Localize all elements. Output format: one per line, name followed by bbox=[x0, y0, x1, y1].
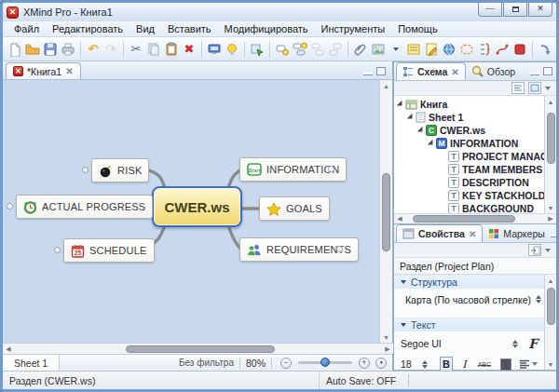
canvas-horizontal-scrollbar[interactable]: ◀ ▶ bbox=[3, 343, 393, 354]
tab-markers[interactable]: Маркеры bbox=[483, 224, 550, 242]
structure-value-row[interactable]: Карта (По часовой стрелке) bbox=[394, 289, 544, 310]
panel-menu-icon[interactable] bbox=[545, 87, 551, 90]
font-family-stepper[interactable] bbox=[512, 340, 518, 348]
hyperlink-globe-icon[interactable] bbox=[441, 40, 457, 58]
summary-icon[interactable] bbox=[476, 40, 493, 58]
structure-stepper[interactable] bbox=[536, 295, 541, 304]
collapse-handle[interactable] bbox=[7, 203, 13, 210]
tab-close-icon[interactable]: ✕ bbox=[451, 67, 458, 77]
sheet-tab[interactable]: Sheet 1 bbox=[3, 355, 60, 371]
tab-properties[interactable]: Свойства ✕ bbox=[396, 224, 483, 242]
scroll-up-arrow-icon[interactable]: ▲ bbox=[380, 80, 392, 91]
canvas-vertical-scrollbar[interactable]: ▲ ▼ bbox=[379, 80, 392, 343]
expand-arrow-icon[interactable] bbox=[397, 101, 404, 108]
scroll-down-arrow-icon[interactable]: ▼ bbox=[380, 331, 392, 343]
expand-arrow-icon[interactable] bbox=[428, 140, 435, 147]
open-folder-icon[interactable] bbox=[24, 40, 41, 58]
import-style-icon[interactable] bbox=[528, 244, 541, 256]
menu-item-edit[interactable]: Редактировать bbox=[47, 22, 129, 35]
collapse-handle[interactable] bbox=[328, 166, 334, 172]
document-tab[interactable]: ✕ *Книга1 ✕ bbox=[6, 62, 81, 79]
scroll-up-arrow-icon[interactable]: ▲ bbox=[545, 275, 556, 286]
insert-image-icon[interactable] bbox=[370, 40, 387, 58]
collapse-handle[interactable] bbox=[54, 247, 61, 253]
scrollbar-thumb[interactable] bbox=[547, 288, 555, 325]
scroll-up-arrow-icon[interactable]: ▲ bbox=[545, 96, 556, 107]
font-dialog-icon[interactable]: F bbox=[528, 336, 538, 351]
scrollbar-thumb[interactable] bbox=[126, 345, 275, 353]
drill-up-icon[interactable] bbox=[554, 40, 559, 58]
tree-horizontal-scrollbar[interactable]: ◀ ▶ bbox=[394, 213, 556, 223]
topic-actual-progress[interactable]: ACTUAL PROGRESS bbox=[16, 195, 153, 219]
scroll-left-arrow-icon[interactable]: ◀ bbox=[394, 215, 405, 223]
image-dropdown-icon[interactable] bbox=[388, 40, 404, 58]
filter-label[interactable]: Без фильтра bbox=[179, 358, 234, 368]
undo-icon[interactable]: ↶ bbox=[85, 40, 102, 58]
presentation-icon[interactable] bbox=[206, 40, 223, 58]
expand-levels-icon[interactable] bbox=[511, 82, 525, 94]
panel-minimize-icon[interactable] bbox=[530, 72, 539, 75]
editor-maximize-icon[interactable] bbox=[376, 67, 386, 75]
save-icon[interactable] bbox=[42, 40, 59, 58]
panel-maximize-icon[interactable] bbox=[543, 67, 552, 75]
properties-vertical-scrollbar[interactable]: ▲ ▼ bbox=[544, 275, 556, 370]
topic-schedule[interactable]: 25 SCHEDULE bbox=[63, 238, 155, 263]
cut-icon[interactable]: ✂ bbox=[128, 40, 144, 58]
collapse-handle[interactable] bbox=[82, 167, 89, 173]
menu-item-tools[interactable]: Инструменты bbox=[316, 22, 391, 35]
drill-down-icon[interactable] bbox=[537, 40, 553, 58]
editor-minimize-icon[interactable] bbox=[363, 72, 373, 75]
bold-button[interactable]: B bbox=[440, 357, 454, 372]
lightbulb-icon[interactable] bbox=[224, 40, 240, 58]
panel-minimize-icon[interactable] bbox=[551, 234, 559, 237]
boundary-icon[interactable] bbox=[458, 40, 475, 58]
scrollbar-thumb[interactable] bbox=[547, 113, 555, 164]
legend-icon[interactable] bbox=[405, 40, 422, 58]
scrollbar-thumb[interactable] bbox=[382, 173, 390, 251]
tree-item-subtopic[interactable]: T PROJECT MANAGER bbox=[394, 150, 544, 163]
panel-menu-icon[interactable] bbox=[545, 249, 551, 252]
font-color-swatch[interactable] bbox=[500, 358, 511, 371]
tree-item-subtopic[interactable]: T BACKGROUND bbox=[394, 202, 544, 213]
copy-icon[interactable] bbox=[145, 40, 162, 58]
menu-item-insert[interactable]: Вставить bbox=[162, 22, 217, 35]
topic-goals[interactable]: GOALS bbox=[259, 196, 330, 221]
font-family-row[interactable]: Segoe UI F bbox=[394, 331, 544, 356]
tab-close-icon[interactable]: ✕ bbox=[65, 66, 73, 76]
central-topic[interactable]: CWER.ws bbox=[152, 186, 242, 227]
redo-icon[interactable]: ↷ bbox=[102, 40, 119, 58]
scroll-right-arrow-icon[interactable]: ▶ bbox=[382, 345, 393, 353]
italic-button[interactable]: I bbox=[457, 357, 470, 372]
zoom-fit-button[interactable]: ▪ bbox=[375, 358, 387, 369]
topic-risk[interactable]: RISK bbox=[91, 158, 149, 182]
section-text-header[interactable]: Текст bbox=[394, 318, 544, 331]
zoom-slider[interactable] bbox=[298, 361, 352, 364]
tree-item-subtopic[interactable]: T TEAM MEMBERS bbox=[394, 163, 544, 176]
zoom-slider-thumb[interactable] bbox=[320, 358, 330, 367]
scroll-down-arrow-icon[interactable]: ▼ bbox=[545, 202, 556, 213]
font-size-stepper[interactable] bbox=[422, 360, 428, 369]
tab-close-icon[interactable]: ✕ bbox=[469, 229, 476, 239]
tree-item-workbook[interactable]: Книга bbox=[394, 98, 544, 111]
new-document-icon[interactable] bbox=[7, 40, 23, 58]
collapse-handle[interactable] bbox=[336, 246, 343, 252]
menu-item-help[interactable]: Помощь bbox=[392, 22, 443, 35]
stop-icon[interactable] bbox=[511, 40, 528, 58]
align-button[interactable] bbox=[519, 359, 538, 369]
insert-parent-topic-icon[interactable] bbox=[327, 40, 344, 58]
menu-item-file[interactable]: Файл bbox=[8, 22, 45, 35]
menu-item-view[interactable]: Вид bbox=[130, 22, 160, 35]
scrollbar-thumb[interactable] bbox=[413, 215, 515, 223]
zoom-level[interactable]: 80% bbox=[246, 358, 266, 369]
scroll-left-arrow-icon[interactable]: ◀ bbox=[3, 345, 14, 353]
tree-item-subtopic[interactable]: T KEY STACKHOLDERS bbox=[394, 189, 544, 202]
attachment-icon[interactable] bbox=[352, 40, 369, 58]
scroll-right-arrow-icon[interactable]: ▶ bbox=[545, 215, 556, 223]
tree-item-central-topic[interactable]: C CWER.ws bbox=[394, 124, 544, 137]
notes-icon[interactable] bbox=[423, 40, 440, 58]
scroll-down-arrow-icon[interactable]: ▼ bbox=[545, 358, 556, 370]
tree-item-main-topic[interactable]: M INFORMATION bbox=[394, 137, 544, 150]
expand-arrow-icon[interactable] bbox=[407, 114, 415, 121]
minimize-button[interactable]: — bbox=[478, 3, 502, 17]
close-button[interactable]: ✕ bbox=[528, 3, 552, 17]
